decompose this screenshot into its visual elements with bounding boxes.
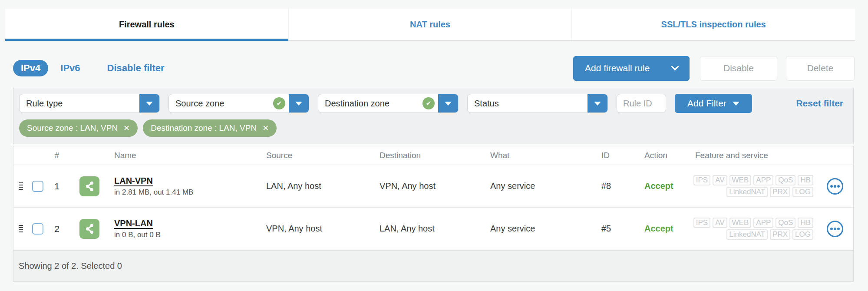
status-dropdown-label: Status [468, 99, 587, 109]
close-icon[interactable]: ✕ [123, 123, 130, 133]
rule-icon-cell [70, 219, 109, 239]
add-firewall-rule-label: Add firewall rule [585, 63, 650, 73]
filter-chip-label: Source zone : LAN, VPN [27, 123, 118, 133]
badge-app: APP [753, 175, 773, 185]
disable-button[interactable]: Disable [700, 56, 777, 81]
chevron-down-icon [671, 63, 679, 70]
badge-prx: PRX [770, 187, 790, 197]
header-name: Name [109, 151, 252, 160]
source-zone-dropdown[interactable]: Source zone ✔ [168, 94, 309, 113]
caret-down-icon [445, 102, 452, 106]
rule-tabs: Firewall rules NAT rules SSL/TLS inspect… [5, 9, 855, 41]
close-icon[interactable]: ✕ [262, 123, 269, 133]
filter-chip-destination-zone[interactable]: Destination zone : LAN, VPN ✕ [143, 119, 277, 137]
firewall-rules-page: Firewall rules NAT rules SSL/TLS inspect… [0, 0, 868, 291]
add-firewall-rule-button[interactable]: Add firewall rule [573, 56, 690, 81]
filter-controls-row: Rule type Source zone ✔ Destination zone… [13, 88, 853, 113]
rule-icon-cell [70, 176, 109, 196]
rule-id: #8 [595, 181, 630, 191]
tab-firewall-rules[interactable]: Firewall rules [5, 9, 289, 40]
caret-down-icon [146, 102, 153, 106]
row-checkbox-cell [26, 181, 44, 192]
header-what: What [482, 151, 595, 160]
row-menu-cell [817, 221, 853, 237]
table-row: 2 VPN-LAN in 0 B, out 0 B VPN, Any host … [13, 208, 853, 250]
rule-action: Accept [630, 181, 686, 191]
check-circle-icon: ✔ [273, 97, 285, 109]
add-filter-button[interactable]: Add Filter [675, 94, 752, 113]
header-id: ID [595, 151, 630, 160]
rule-name-link[interactable]: LAN-VPN [114, 176, 252, 186]
destination-zone-dropdown[interactable]: Destination zone ✔ [318, 94, 459, 113]
rule-name-cell: VPN-LAN in 0 B, out 0 B [109, 218, 252, 239]
header-number: # [44, 151, 70, 160]
row-menu-cell [817, 178, 853, 195]
check-circle-icon: ✔ [422, 97, 435, 109]
rule-action: Accept [630, 224, 686, 234]
drag-handle-icon[interactable] [13, 181, 26, 191]
badge-log: LOG [792, 229, 813, 240]
rule-destination: LAN, Any host [374, 224, 482, 234]
rule-type-dropdown[interactable]: Rule type [19, 94, 160, 113]
header-action: Action [630, 151, 686, 160]
row-number: 2 [44, 224, 70, 234]
ellipsis-menu-icon[interactable] [827, 178, 843, 195]
rule-id-input[interactable] [617, 94, 666, 113]
rule-name-link[interactable]: VPN-LAN [114, 218, 252, 228]
feature-badges: IPS AV WEB APP QoS HB LinkedNAT PRX LOG [686, 174, 817, 198]
rule-type-dropdown-label: Rule type [20, 99, 139, 109]
rule-name-cell: LAN-VPN in 2.81 MB, out 1.41 MB [109, 176, 252, 197]
row-checkbox[interactable] [32, 181, 43, 192]
source-zone-dropdown-button[interactable] [289, 94, 309, 113]
share-icon [79, 219, 99, 239]
table-header-row: # Name Source Destination What ID Action… [13, 146, 853, 165]
badge-hb: HB [798, 218, 813, 228]
row-number: 1 [44, 181, 70, 192]
badge-prx: PRX [770, 229, 790, 240]
destination-zone-dropdown-label: Destination zone [318, 99, 422, 109]
rule-traffic-stats: in 2.81 MB, out 1.41 MB [114, 188, 252, 197]
tab-ssl-tls-inspection-rules[interactable]: SSL/TLS inspection rules [572, 9, 855, 40]
active-filter-chips: Source zone : LAN, VPN ✕ Destination zon… [13, 113, 853, 137]
delete-button[interactable]: Delete [786, 56, 855, 81]
header-feature-and-service: Feature and service [686, 151, 817, 160]
filter-chip-source-zone[interactable]: Source zone : LAN, VPN ✕ [19, 119, 138, 137]
disable-filter-link[interactable]: Disable filter [107, 63, 165, 74]
rule-what: Any service [482, 181, 595, 191]
caret-down-icon [733, 102, 739, 106]
status-dropdown[interactable]: Status [467, 94, 608, 113]
rule-id: #5 [595, 224, 630, 234]
share-icon [79, 176, 99, 196]
caret-down-icon [295, 102, 302, 106]
table-footer: Showing 2 of 2. Selected 0 [13, 250, 853, 281]
badge-qos: QoS [776, 175, 795, 185]
badge-av: AV [713, 175, 727, 185]
source-zone-dropdown-label: Source zone [169, 99, 273, 109]
ipv4-toggle[interactable]: IPv4 [13, 60, 48, 76]
destination-zone-dropdown-button[interactable] [438, 94, 458, 113]
header-source: Source [252, 151, 374, 160]
row-checkbox[interactable] [32, 223, 43, 235]
status-dropdown-button[interactable] [587, 94, 607, 113]
badge-web: WEB [729, 175, 752, 185]
filter-panel: Rule type Source zone ✔ Destination zone… [13, 88, 854, 144]
filter-chip-label: Destination zone : LAN, VPN [151, 123, 257, 133]
ellipsis-menu-icon[interactable] [827, 221, 843, 237]
ipv6-toggle[interactable]: IPv6 [60, 63, 80, 74]
reset-filter-link[interactable]: Reset filter [796, 98, 848, 109]
caret-down-icon [594, 102, 601, 106]
rule-source: LAN, Any host [252, 181, 374, 191]
rule-traffic-stats: in 0 B, out 0 B [114, 231, 252, 239]
header-destination: Destination [374, 151, 482, 160]
rule-source: VPN, Any host [252, 224, 374, 234]
toolbar: IPv4 IPv6 Disable filter Add firewall ru… [13, 56, 855, 81]
rule-type-dropdown-button[interactable] [139, 94, 159, 113]
tab-nat-rules[interactable]: NAT rules [289, 9, 572, 40]
firewall-rules-table: # Name Source Destination What ID Action… [13, 146, 854, 282]
drag-handle-icon[interactable] [13, 224, 26, 234]
rule-destination: VPN, Any host [374, 181, 482, 191]
badge-log: LOG [792, 187, 813, 197]
badge-ips: IPS [693, 218, 710, 228]
table-row: 1 LAN-VPN in 2.81 MB, out 1.41 MB LAN, A… [13, 165, 853, 208]
feature-badges: IPS AV WEB APP QoS HB LinkedNAT PRX LOG [686, 216, 817, 241]
